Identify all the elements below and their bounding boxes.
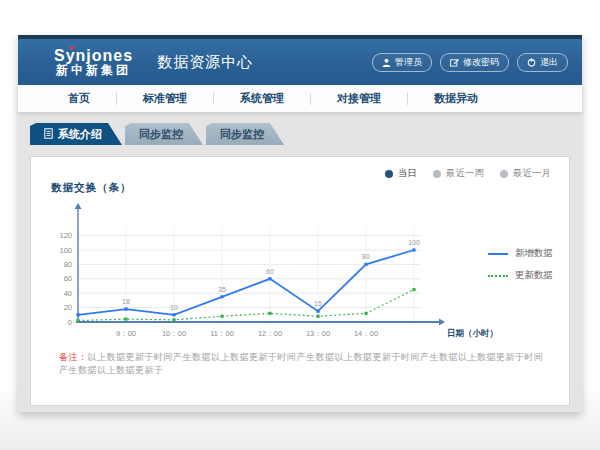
user-area: 管理员 修改密码 退出 [372, 39, 568, 85]
logo-red-dot [70, 46, 74, 50]
svg-text:20: 20 [64, 303, 72, 312]
svg-text:日期（小时）: 日期（小时） [447, 328, 498, 338]
radio-today[interactable]: 当日 [385, 167, 417, 180]
svg-text:40: 40 [64, 289, 72, 298]
radio-label: 当日 [398, 167, 417, 180]
main-nav: 首页 标准管理 系统管理 对接管理 数据异动 [18, 85, 582, 112]
user-icon [382, 58, 391, 67]
svg-text:18: 18 [122, 298, 130, 305]
svg-text:10: 10 [170, 304, 178, 311]
power-icon [527, 58, 536, 67]
tab-label: 同步监控 [139, 127, 183, 142]
nav-item-home[interactable]: 首页 [42, 91, 116, 106]
time-range-filter: 当日 最近一周 最近一月 [385, 167, 551, 180]
logo-text-en: Synjones [54, 47, 133, 65]
nav-item-standard-management[interactable]: 标准管理 [117, 91, 213, 106]
radio-label: 最近一月 [513, 167, 551, 180]
radio-last-month[interactable]: 最近一月 [500, 167, 551, 180]
radio-dot-icon [500, 170, 508, 178]
nav-item-data-change[interactable]: 数据异动 [408, 91, 504, 106]
tab-bar: 系统介绍 同步监控 同步监控 [18, 112, 582, 145]
solid-line-swatch-icon [488, 253, 508, 255]
svg-text:10：00: 10：00 [162, 329, 186, 338]
legend-item-update-data: 更新数据 [488, 269, 553, 282]
change-password-button[interactable]: 修改密码 [440, 53, 509, 72]
logo-text-cn: 新中新集团 [54, 64, 133, 77]
content-area: 系统介绍 同步监控 同步监控 当日 最近一周 [18, 112, 582, 412]
footnote: 备注：以上数据更新于时间产生数据以上数据更新于时间产生数据以上数据更新于时间产生… [59, 351, 549, 377]
svg-text:60: 60 [266, 268, 274, 275]
company-logo: Synjones 新中新集团 [54, 47, 133, 78]
radio-dot-icon [385, 170, 393, 178]
line-chart: 0204060801001209：0010：0011：0012：0013：001… [41, 197, 506, 345]
svg-text:12：00: 12：00 [258, 329, 282, 338]
legend-label: 新增数据 [515, 247, 553, 260]
svg-text:9：00: 9：00 [116, 329, 136, 338]
tab-system-intro[interactable]: 系统介绍 [30, 123, 122, 145]
chart-y-axis-title: 数据交换（条） [51, 181, 132, 195]
dotted-line-swatch-icon [488, 275, 508, 277]
svg-text:120: 120 [59, 231, 72, 240]
footnote-prefix: 备注： [59, 352, 88, 362]
chart-panel: 当日 最近一周 最近一月 数据交换（条） 0204060801001209：00… [30, 156, 570, 406]
svg-text:60: 60 [64, 274, 72, 283]
legend-label: 更新数据 [515, 269, 553, 282]
radio-dot-icon [433, 170, 441, 178]
radio-label: 最近一周 [446, 167, 484, 180]
svg-text:80: 80 [64, 260, 72, 269]
legend-item-new-data: 新增数据 [488, 247, 553, 260]
svg-text:100: 100 [408, 239, 420, 246]
svg-text:15: 15 [314, 300, 322, 307]
tab-sync-monitor-2[interactable]: 同步监控 [206, 123, 284, 145]
nav-item-system-management[interactable]: 系统管理 [214, 91, 310, 106]
nav-item-docking-management[interactable]: 对接管理 [311, 91, 407, 106]
svg-text:0: 0 [68, 318, 72, 327]
tab-label: 系统介绍 [58, 127, 102, 142]
chart-legend: 新增数据 更新数据 [488, 247, 553, 282]
tab-label: 同步监控 [220, 127, 264, 142]
logout-label: 退出 [540, 56, 558, 69]
radio-last-week[interactable]: 最近一周 [433, 167, 484, 180]
document-icon [44, 128, 53, 141]
footnote-text: 以上数据更新于时间产生数据以上数据更新于时间产生数据以上数据更新于时间产生数据以… [59, 352, 544, 375]
svg-text:35: 35 [218, 286, 226, 293]
admin-user-label: 管理员 [395, 56, 422, 69]
svg-text:13：00: 13：00 [306, 329, 330, 338]
svg-text:14：00: 14：00 [354, 329, 378, 338]
edit-icon [450, 58, 459, 67]
svg-text:80: 80 [362, 253, 370, 260]
tab-sync-monitor-1[interactable]: 同步监控 [125, 123, 203, 145]
svg-text:100: 100 [59, 246, 72, 255]
change-password-label: 修改密码 [463, 56, 499, 69]
admin-user-button[interactable]: 管理员 [372, 53, 432, 72]
page-title: 数据资源中心 [157, 53, 253, 72]
svg-text:11：00: 11：00 [210, 329, 234, 338]
logout-button[interactable]: 退出 [517, 53, 568, 72]
app-header: Synjones 新中新集团 数据资源中心 管理员 修改密码 退出 [18, 39, 582, 85]
app-window: Synjones 新中新集团 数据资源中心 管理员 修改密码 退出 [18, 35, 582, 412]
